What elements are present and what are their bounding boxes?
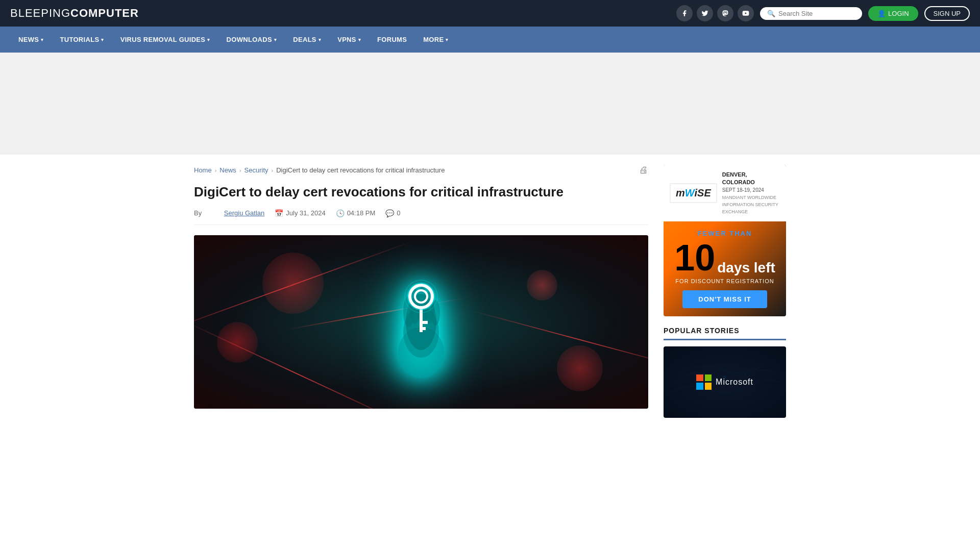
ms-cell-3 — [696, 383, 703, 390]
hand-key-graphic — [380, 266, 462, 378]
nav-more-arrow: ▾ — [446, 37, 448, 42]
article-author[interactable]: Sergiu Gatlan — [224, 209, 265, 217]
twitter-icon[interactable] — [697, 5, 713, 21]
article-meta: By Sergiu Gatlan 📅 July 31, 2024 🕓 04:18… — [194, 209, 648, 225]
breadcrumb-sep-3: › — [272, 167, 274, 173]
ms-cell-2 — [705, 374, 712, 382]
print-icon[interactable]: 🖨 — [639, 165, 648, 176]
nav-tutorials-arrow: ▾ — [101, 37, 104, 42]
nav-deals-arrow: ▾ — [318, 37, 321, 42]
days-number: 10 — [674, 239, 715, 276]
header-right: 🔍 👤 LOGIN SIGN UP — [676, 5, 970, 21]
article-date-item: 📅 July 31, 2024 — [275, 209, 325, 217]
popular-stories: POPULAR STORIES — [664, 327, 786, 418]
nav-vpns[interactable]: VPNS ▾ — [329, 27, 369, 53]
breadcrumb-sep-1: › — [215, 167, 217, 173]
breadcrumb-home[interactable]: Home — [194, 166, 212, 174]
microsoft-logo — [696, 374, 712, 390]
nav-forums-label: FORUMS — [377, 36, 407, 43]
nav-tutorials-label: TUTORIALS — [60, 36, 100, 43]
article-time: 04:18 PM — [347, 209, 376, 217]
svg-rect-13 — [420, 327, 426, 330]
glow-3 — [527, 270, 557, 300]
logo-part2: COMPUTER — [70, 7, 139, 19]
breadcrumb-current: DigiCert to delay cert revocations for c… — [276, 166, 445, 174]
mwise-org: MANDIANT WORLDWIDE INFORMATION SECURITY … — [722, 195, 778, 214]
article-title: DigiCert to delay cert revocations for c… — [194, 184, 648, 201]
nav-deals-label: DEALS — [293, 36, 316, 43]
sidebar-ad-body: FEWER THAN 10days left FOR DISCOUNT REGI… — [664, 221, 786, 316]
nav-downloads[interactable]: DOWNLOADS ▾ — [218, 27, 285, 53]
ad-banner — [0, 53, 980, 155]
main-container: Home › News › Security › DigiCert to del… — [184, 155, 796, 428]
popular-story-1[interactable]: Microsoft — [664, 346, 786, 418]
glow-4 — [557, 345, 603, 391]
logo-part1: BLEEPING — [10, 7, 70, 19]
nav-news[interactable]: NEWS ▾ — [10, 27, 52, 53]
key-svg — [380, 266, 462, 378]
article-comments: 0 — [397, 209, 400, 217]
ms-cell-1 — [696, 374, 703, 382]
breadcrumb-security[interactable]: Security — [244, 166, 268, 174]
login-label: LOGIN — [888, 10, 909, 17]
sidebar-ad-top: mWiSE DENVER, COLORADO SEPT 18-19, 2024 … — [664, 165, 786, 221]
comment-icon: 💬 — [385, 209, 394, 217]
search-icon: 🔍 — [767, 10, 775, 17]
nav-downloads-label: DOWNLOADS — [227, 36, 272, 43]
nav-downloads-arrow: ▾ — [274, 37, 277, 42]
site-header: BLEEPINGCOMPUTER 🔍 👤 LOGIN SIGN UP — [0, 0, 980, 27]
nav-virus-label: VIRUS REMOVAL GUIDES — [120, 36, 206, 43]
nav-vpns-arrow: ▾ — [358, 37, 361, 42]
glow-2 — [217, 322, 258, 363]
article-hero-image — [194, 235, 648, 409]
clock-icon: 🕓 — [336, 209, 345, 217]
mwise-info: DENVER, COLORADO SEPT 18-19, 2024 MANDIA… — [722, 171, 780, 215]
signup-button[interactable]: SIGN UP — [924, 6, 970, 21]
youtube-icon[interactable] — [738, 5, 754, 21]
sidebar: mWiSE DENVER, COLORADO SEPT 18-19, 2024 … — [664, 165, 786, 418]
mastodon-icon[interactable] — [717, 5, 733, 21]
nav-more-label: MORE — [423, 36, 444, 43]
nav-news-label: NEWS — [18, 36, 39, 43]
nav-tutorials[interactable]: TUTORIALS ▾ — [52, 27, 112, 53]
fewer-than-label: FEWER THAN — [672, 230, 778, 237]
site-logo[interactable]: BLEEPINGCOMPUTER — [10, 7, 139, 20]
article-comments-item: 💬 0 — [385, 209, 400, 217]
svg-rect-12 — [420, 321, 428, 324]
content-area: Home › News › Security › DigiCert to del… — [194, 165, 648, 418]
ms-logo-container: Microsoft — [696, 374, 753, 390]
dont-miss-button[interactable]: DON'T MISS IT — [682, 290, 767, 308]
search-input[interactable] — [778, 10, 855, 17]
story-thumb-inner: Microsoft — [664, 346, 786, 418]
nav-virus[interactable]: VIRUS REMOVAL GUIDES ▾ — [112, 27, 218, 53]
days-display: 10days left — [672, 239, 778, 276]
article-time-item: 🕓 04:18 PM — [336, 209, 376, 217]
popular-stories-title: POPULAR STORIES — [664, 327, 786, 340]
ms-cell-4 — [705, 383, 712, 390]
nav-deals[interactable]: DEALS ▾ — [285, 27, 329, 53]
for-discount-label: FOR DISCOUNT REGISTRATION — [672, 278, 778, 284]
sidebar-ad: mWiSE DENVER, COLORADO SEPT 18-19, 2024 … — [664, 165, 786, 316]
nav-vpns-label: VPNS — [337, 36, 356, 43]
nav-forums[interactable]: FORUMS — [369, 27, 415, 53]
calendar-icon: 📅 — [275, 209, 283, 217]
breadcrumb-sep-2: › — [239, 167, 241, 173]
glow-1 — [262, 253, 324, 314]
nav-news-arrow: ▾ — [41, 37, 43, 42]
main-nav: NEWS ▾ TUTORIALS ▾ VIRUS REMOVAL GUIDES … — [0, 27, 980, 53]
breadcrumb: Home › News › Security › DigiCert to del… — [194, 165, 648, 176]
article-date: July 31, 2024 — [286, 209, 325, 217]
search-bar: 🔍 — [760, 7, 862, 20]
days-text: days left — [717, 260, 775, 276]
social-icons — [676, 5, 754, 21]
login-button[interactable]: 👤 LOGIN — [868, 6, 918, 21]
mwise-logo: mWiSE — [670, 183, 717, 203]
article-by: By — [194, 209, 202, 217]
microsoft-text: Microsoft — [716, 378, 753, 387]
user-icon: 👤 — [877, 10, 886, 17]
breadcrumb-news[interactable]: News — [219, 166, 236, 174]
facebook-icon[interactable] — [676, 5, 693, 21]
nav-virus-arrow: ▾ — [207, 37, 210, 42]
nav-more[interactable]: MORE ▾ — [415, 27, 457, 53]
article-image-inner — [194, 235, 648, 409]
